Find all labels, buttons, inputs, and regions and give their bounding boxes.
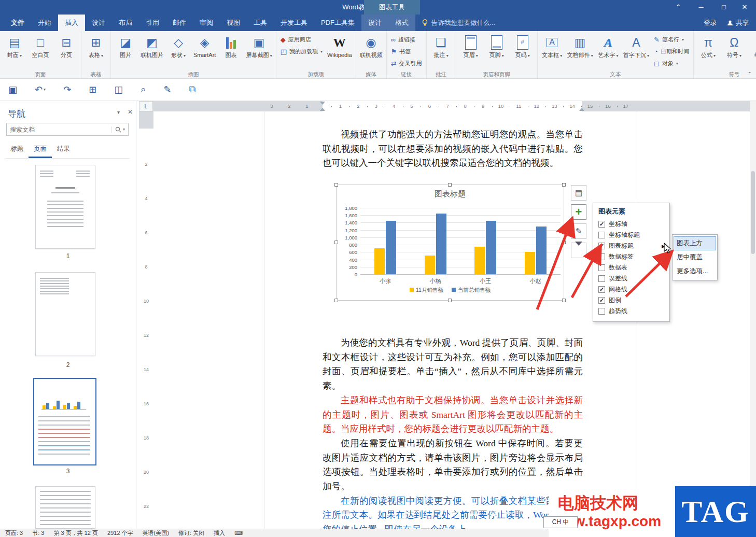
- chart-object[interactable]: 图表标题02004006008001,0001,2001,4001,6001,8…: [336, 185, 564, 301]
- switch-windows-button[interactable]: ⧉: [189, 84, 196, 95]
- first-line-indent-marker[interactable]: [320, 102, 325, 105]
- chart-handle-top-center[interactable]: [448, 183, 452, 187]
- redo-button[interactable]: ↷: [63, 84, 71, 95]
- ribbon-button-图片[interactable]: ◪图片: [113, 32, 138, 60]
- submenu-item-居中覆盖[interactable]: 居中覆盖: [674, 250, 716, 264]
- search-document-button[interactable]: ⌕: [141, 84, 146, 95]
- tab-selector-icon[interactable]: L: [139, 101, 153, 111]
- tab-设计[interactable]: 设计: [85, 15, 112, 31]
- checkbox-数据标签[interactable]: [598, 253, 605, 260]
- checkbox-数据表[interactable]: [598, 264, 605, 271]
- chart-element-数据表[interactable]: 数据表: [593, 262, 669, 273]
- ribbon-button-编号[interactable]: #编号: [747, 32, 756, 60]
- minimize-button[interactable]: ─: [690, 0, 712, 15]
- ribbon-button-应用商店[interactable]: ◆应用商店: [278, 34, 325, 45]
- page-thumbnail-1[interactable]: [35, 165, 95, 249]
- nav-tab-页面[interactable]: 页面: [29, 143, 52, 158]
- ribbon-button-日期和时间[interactable]: ◔日期和时间: [651, 46, 692, 57]
- tab-邮件[interactable]: 邮件: [166, 15, 193, 31]
- ribbon-button-Wikipedia[interactable]: WWikipedia: [325, 32, 354, 60]
- ime-indicator[interactable]: CH 中: [543, 516, 578, 528]
- status-插入[interactable]: 插入: [214, 529, 225, 537]
- ribbon-button-签名行[interactable]: ✎签名行▾: [651, 34, 692, 45]
- chart-element-坐标轴标题[interactable]: 坐标轴标题: [593, 230, 669, 241]
- chart-element-网格线[interactable]: ✓网格线: [593, 284, 669, 295]
- chart-handle-bottom-right[interactable]: [562, 299, 566, 302]
- checkbox-图表标题[interactable]: ✓: [598, 243, 605, 249]
- page-thumbnail-3[interactable]: [33, 378, 96, 465]
- search-icon[interactable]: ▾: [111, 126, 128, 133]
- ribbon-button-图表[interactable]: 图表: [218, 32, 244, 60]
- chart-element-图例[interactable]: ✓图例: [593, 295, 669, 306]
- checkbox-误差线[interactable]: [598, 275, 605, 282]
- grid-view-button[interactable]: ⊞: [89, 84, 96, 95]
- ribbon-button-文本框[interactable]: A文本框 ▾: [539, 32, 565, 61]
- share-button[interactable]: 共享: [727, 19, 749, 27]
- status-节: 3[interactable]: 节: 3: [32, 529, 44, 537]
- chart-handle-top-left[interactable]: [334, 183, 338, 187]
- ribbon-button-页眉[interactable]: 页眉 ▾: [458, 32, 484, 61]
- page-thumbnail-2[interactable]: [35, 272, 95, 356]
- checkbox-坐标轴[interactable]: ✓: [598, 221, 605, 228]
- checkbox-坐标轴标题[interactable]: [598, 232, 605, 238]
- ribbon-button-空白页[interactable]: □空白页: [27, 32, 53, 60]
- tell-me-box[interactable]: 告诉我您想要做什么...: [422, 15, 495, 31]
- collapse-ribbon-icon[interactable]: ⌃: [748, 71, 752, 77]
- ribbon-button-分页[interactable]: ⊟分页: [53, 32, 79, 60]
- edit-document-button[interactable]: ✎: [163, 84, 171, 95]
- ribbon-button-SmartArt[interactable]: ◈SmartArt: [191, 32, 218, 60]
- chart-handle-bottom-left[interactable]: [334, 299, 338, 302]
- ribbon-button-联机视频[interactable]: ◉联机视频: [358, 32, 385, 60]
- close-button[interactable]: ✕: [733, 0, 756, 15]
- search-input[interactable]: [7, 126, 111, 133]
- context-tab-设计[interactable]: 设计: [361, 15, 388, 31]
- chart-filters-button[interactable]: [571, 243, 586, 258]
- chart-handle-top-right[interactable]: [562, 183, 566, 187]
- ribbon-button-批注[interactable]: ❏批注 ▾: [428, 32, 454, 61]
- chart-element-图表标题[interactable]: ✓图表标题▶: [593, 241, 669, 251]
- ribbon-button-文档部件[interactable]: ▥文档部件 ▾: [565, 32, 595, 61]
- spell-check-icon[interactable]: ⌨: [234, 530, 243, 536]
- tab-PDF工具集[interactable]: PDF工具集: [314, 15, 361, 31]
- maximize-button[interactable]: □: [712, 0, 735, 15]
- page-thumbnail-4[interactable]: [35, 486, 95, 529]
- status-2912 个字[interactable]: 2912 个字: [107, 529, 133, 537]
- nav-tab-结果[interactable]: 结果: [52, 143, 75, 158]
- right-indent-marker[interactable]: [579, 108, 584, 111]
- ribbon-button-艺术字[interactable]: A艺术字 ▾: [595, 32, 621, 61]
- chart-elements-button[interactable]: +: [571, 204, 586, 220]
- context-tab-格式[interactable]: 格式: [388, 15, 415, 31]
- sign-in-button[interactable]: 登录: [704, 19, 717, 27]
- status-页面: 3[interactable]: 页面: 3: [5, 529, 23, 537]
- ribbon-button-符号[interactable]: Ω符号 ▾: [721, 32, 747, 61]
- ribbon-button-我的加载项[interactable]: ◰我的加载项▾: [278, 46, 325, 57]
- ribbon-button-书签[interactable]: ⚑书签: [388, 46, 425, 57]
- chart-element-趋势线[interactable]: 趋势线: [593, 306, 669, 317]
- tab-文件[interactable]: 文件: [4, 15, 31, 31]
- layout-options-button[interactable]: ▤: [571, 185, 586, 201]
- status-英语(美国)[interactable]: 英语(美国): [143, 529, 169, 537]
- tab-开始[interactable]: 开始: [31, 15, 58, 31]
- nav-tab-标题[interactable]: 标题: [5, 143, 29, 158]
- submenu-item-更多选项...[interactable]: 更多选项...: [674, 264, 716, 278]
- ribbon-button-封面[interactable]: ▤封面 ▾: [2, 32, 27, 61]
- ribbon-button-表格[interactable]: ⊞表格 ▾: [83, 32, 109, 61]
- tab-视图[interactable]: 视图: [220, 15, 247, 31]
- vertical-scrollbar[interactable]: [750, 101, 756, 529]
- ribbon-button-屏幕截图[interactable]: ▣屏幕截图 ▾: [244, 32, 274, 61]
- chart-element-坐标轴[interactable]: ✓坐标轴: [593, 219, 669, 230]
- chart-styles-button[interactable]: ✎: [571, 223, 586, 239]
- scrollbar-thumb[interactable]: [751, 171, 755, 254]
- tab-审阅[interactable]: 审阅: [193, 15, 220, 31]
- chart-handle-mid-left[interactable]: [334, 241, 338, 244]
- status-修订: 关闭[interactable]: 修订: 关闭: [178, 529, 204, 537]
- chart-handle-bottom-center[interactable]: [448, 299, 452, 302]
- navigation-chevron-icon[interactable]: ▾: [117, 109, 120, 115]
- tab-工具[interactable]: 工具: [247, 15, 274, 31]
- submenu-item-图表上方[interactable]: 图表上方: [674, 236, 716, 250]
- navigation-close-icon[interactable]: ✕: [128, 108, 133, 116]
- ribbon-button-形状[interactable]: ◇形状 ▾: [165, 32, 191, 61]
- ribbon-button-页码[interactable]: #页码 ▾: [510, 32, 536, 61]
- ribbon-button-首字下沉[interactable]: A首字下沉 ▾: [621, 32, 651, 61]
- tab-布局[interactable]: 布局: [112, 15, 139, 31]
